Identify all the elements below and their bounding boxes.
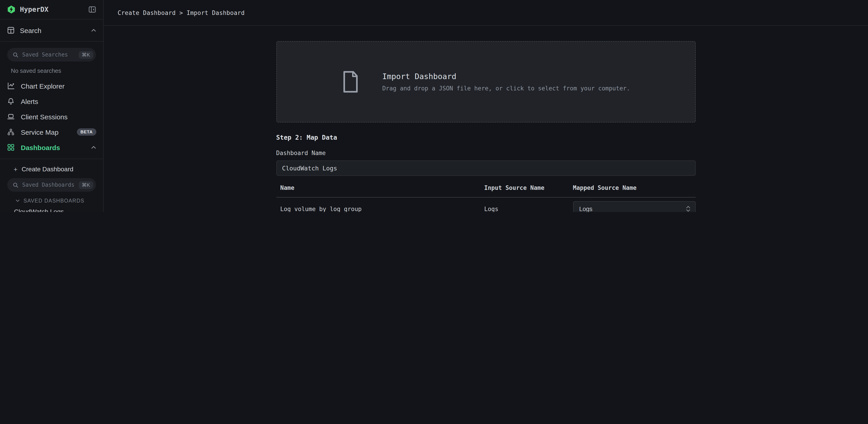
sidebar-item-dashboards[interactable]: Dashboards (0, 140, 103, 155)
mapping-table: Name Input Source Name Mapped Source Nam… (276, 185, 695, 212)
table-row: Log volume by log group Logs Logs (276, 198, 695, 212)
sidebar: HyperDX Search Saved Searches ⌘K No save… (0, 0, 103, 212)
search-section-icon (7, 26, 15, 34)
column-header-mapped-source: Mapped Source Name (573, 185, 695, 197)
import-dropzone[interactable]: Import Dashboard Drag and drop a JSON fi… (276, 41, 695, 123)
chart-explorer-icon (7, 82, 15, 90)
select-value: Logs (579, 205, 685, 212)
hyperdx-logo-icon (7, 5, 16, 14)
beta-badge: BETA (77, 129, 96, 136)
divider (0, 159, 103, 159)
saved-dashboards-input[interactable]: Saved Dashboards ⌘K (7, 178, 96, 192)
dashboards-icon (7, 143, 15, 152)
sidebar-item-client-sessions[interactable]: Client Sessions (0, 109, 103, 124)
nav-label: Dashboards (21, 143, 85, 151)
nav-label: Alerts (21, 97, 96, 105)
sidebar-nav: Chart Explorer Alerts Client Sessions Se… (0, 78, 103, 155)
breadcrumb-separator: > (179, 9, 183, 16)
content: Import Dashboard Drag and drop a JSON fi… (103, 26, 868, 212)
table-header: Name Input Source Name Mapped Source Nam… (276, 185, 695, 198)
shortcut-badge: ⌘K (79, 51, 93, 59)
no-saved-searches-text: No saved searches (11, 67, 96, 74)
saved-searches-input[interactable]: Saved Searches ⌘K (7, 48, 96, 62)
sidebar-collapse-icon[interactable] (88, 5, 96, 13)
group-title: SAVED DASHBOARDS (24, 198, 84, 203)
create-dashboard-label: Create Dashboard (22, 165, 73, 173)
sidebar-item-chart-explorer[interactable]: Chart Explorer (0, 78, 103, 94)
app-window: HyperDX Search Saved Searches ⌘K No save… (0, 0, 868, 212)
saved-searches-placeholder: Saved Searches (22, 52, 75, 58)
service-map-icon (7, 128, 15, 136)
dropzone-text: Import Dashboard Drag and drop a JSON fi… (382, 72, 630, 92)
topbar: Create Dashboard>Import Dashboard (103, 0, 868, 26)
select-chevrons-icon (685, 205, 690, 212)
sidebar-item-service-map[interactable]: Service Map BETA (0, 124, 103, 140)
column-header-input-source: Input Source Name (484, 185, 573, 197)
brand-title: HyperDX (20, 5, 84, 13)
breadcrumb-import-dashboard: Import Dashboard (187, 9, 245, 16)
step-title: Step 2: Map Data (276, 134, 695, 141)
logo-row: HyperDX (0, 0, 103, 20)
row-name: Log volume by log group (280, 205, 484, 212)
nav-label: Client Sessions (21, 113, 96, 121)
search-section-label: Search (20, 27, 86, 34)
nav-label: Chart Explorer (21, 82, 96, 90)
saved-dashboards-placeholder: Saved Dashboards (22, 182, 75, 188)
chevron-up-icon (91, 145, 96, 150)
file-icon (341, 70, 360, 94)
dropzone-title: Import Dashboard (382, 72, 630, 81)
breadcrumb: Create Dashboard>Import Dashboard (118, 9, 245, 16)
mapped-source-select[interactable]: Logs (573, 201, 695, 212)
plus-icon: + (13, 166, 18, 172)
sidebar-item-alerts[interactable]: Alerts (0, 94, 103, 109)
nav-label: Service Map (21, 128, 71, 136)
search-icon (13, 52, 19, 58)
row-input-source: Logs (484, 205, 573, 212)
saved-dashboards-group-toggle[interactable]: SAVED DASHBOARDS (16, 198, 96, 203)
dashboard-name-label: Dashboard Name (276, 150, 695, 156)
main-area: Create Dashboard>Import Dashboard Import… (103, 0, 868, 212)
dashboard-name-input[interactable]: CloudWatch Logs (276, 160, 695, 176)
sidebar-section-search[interactable]: Search (0, 20, 103, 41)
shortcut-badge: ⌘K (79, 181, 93, 189)
create-dashboard-button[interactable]: + Create Dashboard (13, 165, 96, 173)
chevron-up-icon (91, 28, 96, 33)
column-header-name: Name (280, 185, 484, 197)
bell-icon (7, 97, 15, 105)
dropzone-subtitle: Drag and drop a JSON file here, or click… (382, 85, 630, 92)
sidebar-item-cloudwatch-logs[interactable]: CloudWatch Logs (14, 208, 96, 212)
breadcrumb-create-dashboard[interactable]: Create Dashboard (118, 9, 176, 16)
chevron-down-icon (16, 198, 20, 203)
laptop-icon (7, 112, 15, 121)
sidebar-body: Saved Searches ⌘K No saved searches Char… (0, 41, 103, 212)
search-icon (13, 182, 19, 188)
